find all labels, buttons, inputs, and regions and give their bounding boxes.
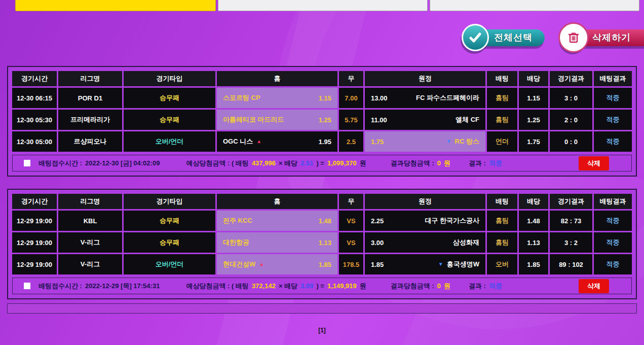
column-header: 경기시간: [12, 71, 57, 86]
column-header: 리그명: [58, 71, 122, 86]
won-label: 원: [444, 282, 450, 291]
delete-all-button[interactable]: 삭제하기: [560, 24, 644, 51]
draw-odds: 7.00: [339, 88, 363, 108]
receipt-time: 배팅접수시간 :2022-12-30 [금] 04:02:09: [39, 159, 160, 168]
home-team-name: 현대건설W▲: [223, 260, 264, 269]
column-header: 리그명: [58, 194, 122, 209]
receipt-time-value: 2022-12-30 [금] 04:02:09: [85, 159, 160, 168]
bet-amount: 372,142: [252, 282, 276, 290]
tab-inactive-1[interactable]: [218, 0, 428, 11]
checkmark-icon: [462, 24, 489, 51]
game-time: 12-30 05:30: [12, 110, 57, 130]
won-label: 원: [444, 159, 450, 168]
tab-inactive-2[interactable]: [430, 0, 639, 11]
result-value: 적중: [489, 282, 502, 291]
receipt-time-value: 2022-12-29 [목] 17:54:31: [85, 282, 160, 291]
up-triangle-icon: ▲: [256, 139, 261, 144]
home-team-name: 전주 KCC: [223, 216, 252, 225]
column-header: 무: [339, 194, 363, 209]
result-value: 적중: [489, 159, 502, 168]
receipt-time-label: 배팅접수시간 :: [39, 159, 82, 168]
away-team-name: ▼흥국생명W: [438, 260, 479, 269]
game-score: 89 : 102: [550, 254, 592, 274]
equals-label: ) =: [316, 282, 324, 290]
bet-result: 적중: [594, 254, 632, 274]
game-time: 12-30 06:15: [12, 88, 57, 108]
league-name: V-리그: [58, 254, 122, 274]
down-triangle-icon: ▼: [438, 262, 443, 267]
bet-odds: 1.75: [519, 131, 548, 152]
game-type: 승무패: [124, 110, 215, 130]
away-odds: 1.85: [371, 261, 384, 268]
game-time: 12-29 19:00: [12, 232, 57, 253]
away-team-name: 엘체 CF: [456, 115, 479, 124]
final-result: 결과 :적중: [469, 282, 502, 291]
bet-odds: 1.25: [519, 110, 548, 130]
home-odds: 1.13: [319, 239, 331, 247]
column-header: 무: [339, 71, 363, 86]
select-all-label: 전체선택: [494, 31, 533, 44]
home-team-name: OGC 니스▲: [223, 137, 261, 146]
odds-multiplier: 3.09: [300, 282, 313, 290]
bet-odds: 1.85: [519, 254, 548, 274]
home-team-name: 스포르팅 CP: [223, 93, 260, 102]
result-label: 결과 :: [469, 282, 486, 291]
draw-odds: VS: [339, 232, 363, 253]
column-header: 홈: [217, 194, 337, 209]
delete-slip-button[interactable]: 삭제: [579, 279, 609, 293]
slip-checkbox[interactable]: [24, 160, 30, 166]
column-header: 배당: [519, 71, 548, 86]
tab-active[interactable]: [15, 0, 216, 11]
away-cell: 13.00FC 파수스드페헤이라: [365, 88, 485, 108]
bet-amount: 437,996: [252, 159, 276, 167]
column-header: 경기타입: [124, 194, 215, 209]
game-time: 12-29 19:00: [12, 211, 57, 231]
home-cell: 전주 KCC1.48: [217, 211, 337, 231]
league-name: 르샹피오나: [58, 131, 122, 152]
empty-result-bar: [7, 303, 637, 314]
bet-pick: 홈팀: [487, 110, 517, 130]
game-type: 승무패: [124, 232, 215, 253]
receipt-time: 배팅접수시간 :2022-12-29 [목] 17:54:31: [39, 282, 160, 291]
receipt-time-label: 배팅접수시간 :: [39, 282, 82, 291]
league-name: POR D1: [58, 88, 122, 108]
games-table: 경기시간리그명경기타입홈무원정배팅배당경기결과배팅결과12-30 06:15PO…: [12, 71, 632, 152]
pagination-page-1[interactable]: [1]: [0, 327, 644, 334]
away-odds: 1.75: [371, 138, 384, 146]
home-cell: 스포르팅 CP1.15: [217, 88, 337, 108]
delete-slip-button[interactable]: 삭제: [579, 156, 609, 170]
column-header: 배팅결과: [594, 194, 632, 209]
bet-slip: 경기시간리그명경기타입홈무원정배팅배당경기결과배팅결과12-30 06:15PO…: [7, 66, 637, 177]
draw-odds: 5.75: [339, 110, 363, 130]
expected-prefix: 예상당첨금액 : ( 배팅: [186, 159, 249, 168]
home-team-name: 대한항공: [223, 238, 249, 247]
result-amount-value: 0: [437, 159, 441, 167]
bet-odds: 1.15: [519, 88, 548, 108]
won-label: 원: [360, 159, 366, 168]
home-odds: 1.95: [319, 138, 331, 146]
home-cell: 대한항공1.13: [217, 232, 337, 253]
league-name: 프리메라리가: [58, 110, 122, 130]
home-cell: 아틀레티코 마드리드1.25: [217, 110, 337, 130]
column-header: 배당: [519, 194, 548, 209]
result-amount-value: 0: [437, 282, 441, 290]
away-cell: 11.00엘체 CF: [365, 110, 485, 130]
slip-checkbox[interactable]: [24, 283, 30, 289]
away-team-name: FC 파수스드페헤이라: [416, 93, 479, 102]
column-header: 경기결과: [550, 194, 592, 209]
select-all-button[interactable]: 전체선택: [462, 24, 545, 51]
away-odds: 13.00: [371, 94, 388, 102]
times-odds-label: × 배당: [279, 159, 297, 168]
bet-result: 적중: [594, 131, 632, 152]
equals-label: ) =: [316, 159, 324, 167]
away-team-name: ▼RC 랑스: [446, 137, 479, 146]
bet-odds: 1.13: [519, 232, 548, 253]
result-amount-label: 결과당첨금액 :: [391, 159, 434, 168]
result-amount-label: 결과당첨금액 :: [391, 282, 434, 291]
column-header: 배팅: [487, 71, 517, 86]
column-header: 경기결과: [550, 71, 592, 86]
bet-summary-row: 배팅접수시간 :2022-12-29 [목] 17:54:31예상당첨금액 : …: [12, 278, 632, 294]
final-result: 결과 :적중: [469, 159, 502, 168]
game-type: 승무패: [124, 211, 215, 231]
column-header: 배팅: [487, 194, 517, 209]
